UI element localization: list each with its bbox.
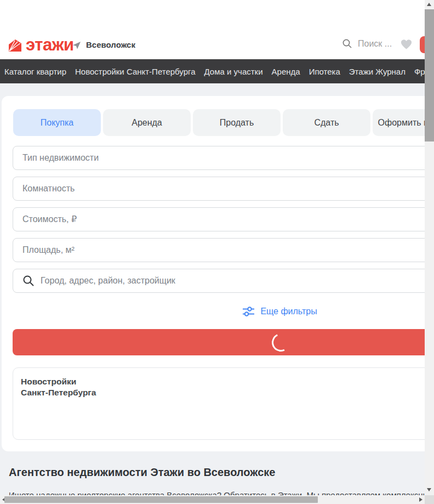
site-header: этажи Всеволожск Поиск ... [0,0,425,59]
seo-paragraph: Ищете надежные риелторские агентства Все… [9,490,425,495]
more-filters-label: Еще фильтры [260,307,317,316]
seo-heading: Агентство недвижимости Этажи во Всеволож… [9,466,275,479]
price-field[interactable] [13,207,425,231]
tab-mortgage[interactable]: Оформить ипотеку [373,109,425,136]
heart-icon [400,38,413,50]
tab-lease-out[interactable]: Сдать [283,109,370,136]
address-search-input[interactable] [41,276,425,286]
property-type-input[interactable] [22,153,425,163]
nav-item-catalog[interactable]: Каталог квартир [4,67,66,76]
favorites-button[interactable] [400,38,413,52]
logo-text: этажи [26,36,74,55]
tab-buy[interactable]: Покупка [13,109,101,136]
new-buildings-promo-card[interactable]: Новостройки Санкт-Петербурга [13,367,425,440]
logo-house-icon [8,38,22,53]
price-input[interactable] [22,214,425,224]
search-icon [22,275,35,287]
property-type-field[interactable] [13,146,425,170]
tab-sell[interactable]: Продать [193,109,281,136]
deal-type-tabs: Покупка Аренда Продать Сдать Оформить ип… [13,109,425,136]
city-selector[interactable]: Всеволожск [72,40,135,49]
scrollbar-corner [425,495,434,504]
vertical-scrollbar-thumb[interactable] [425,9,434,141]
browser-viewport: этажи Всеволожск Поиск ... [0,0,425,495]
promo-card-title-line1: Новостройки [21,376,425,387]
scroll-right-arrow-icon[interactable] [419,497,422,502]
rooms-field[interactable] [13,177,425,201]
address-search-field[interactable] [13,269,425,293]
logo[interactable]: этажи [8,36,74,55]
nav-item-houses[interactable]: Дома и участки [204,67,263,76]
search-filter-panel: Покупка Аренда Продать Сдать Оформить ип… [2,96,425,451]
loading-spinner-icon [269,331,292,354]
nav-item-mortgage[interactable]: Ипотека [309,67,340,76]
area-field[interactable] [13,238,425,262]
header-cta-button[interactable] [420,36,425,53]
nav-item-journal[interactable]: Этажи Журнал [349,67,406,76]
scroll-up-arrow-icon[interactable] [427,3,431,6]
horizontal-scrollbar[interactable] [0,495,425,504]
area-input[interactable] [22,245,425,255]
nav-item-franchise[interactable]: Франшиза [414,67,425,76]
nav-item-new-buildings[interactable]: Новостройки Санкт-Петербурга [75,67,196,76]
horizontal-scrollbar-thumb[interactable] [4,496,318,503]
search-icon [342,38,352,49]
tab-rent[interactable]: Аренда [103,109,191,136]
main-navigation: Каталог квартир Новостройки Санкт-Петерб… [0,59,425,83]
vertical-scrollbar[interactable] [425,0,434,495]
page-content: этажи Всеволожск Поиск ... [0,0,425,495]
city-name: Всеволожск [86,40,135,49]
rooms-input[interactable] [22,184,425,194]
filter-sliders-icon [242,307,255,316]
nav-item-rent[interactable]: Аренда [272,67,300,76]
search-placeholder-text: Поиск ... [358,39,392,49]
scroll-down-arrow-icon[interactable] [427,488,431,491]
search-submit-button[interactable] [13,329,425,355]
header-search[interactable]: Поиск ... [342,38,392,49]
more-filters-link[interactable]: Еще фильтры [2,304,425,319]
navigation-arrow-icon [72,41,81,49]
promo-card-title-line2: Санкт-Петербурга [21,387,425,398]
